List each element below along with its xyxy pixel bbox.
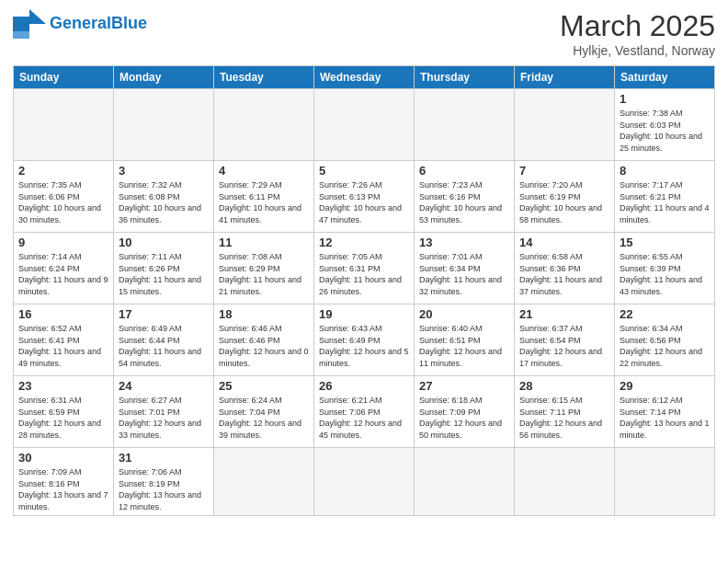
calendar-cell: [114, 89, 214, 161]
day-number: 9: [18, 236, 108, 249]
calendar-cell: [415, 448, 515, 516]
calendar-cell: 7Sunrise: 7:20 AM Sunset: 6:19 PM Daylig…: [515, 161, 615, 233]
calendar-day-header: Wednesday: [314, 66, 415, 89]
calendar-cell: 13Sunrise: 7:01 AM Sunset: 6:34 PM Dayli…: [415, 233, 515, 304]
day-info: Sunrise: 7:26 AM Sunset: 6:13 PM Dayligh…: [319, 179, 409, 225]
calendar-cell: 3Sunrise: 7:32 AM Sunset: 6:08 PM Daylig…: [114, 161, 214, 233]
calendar-cell: 10Sunrise: 7:11 AM Sunset: 6:26 PM Dayli…: [114, 233, 214, 304]
day-number: 8: [620, 164, 710, 178]
calendar-cell: 30Sunrise: 7:09 AM Sunset: 8:16 PM Dayli…: [14, 448, 114, 516]
logo-blue: Blue: [111, 14, 147, 32]
calendar-cell: 27Sunrise: 6:18 AM Sunset: 7:09 PM Dayli…: [415, 376, 515, 448]
calendar-day-header: Saturday: [615, 66, 715, 89]
day-number: 10: [119, 236, 209, 249]
day-info: Sunrise: 6:58 AM Sunset: 6:36 PM Dayligh…: [519, 251, 609, 297]
calendar-cell: 11Sunrise: 7:08 AM Sunset: 6:29 PM Dayli…: [214, 233, 314, 304]
month-title: March 2025: [560, 9, 715, 43]
calendar-cell: 23Sunrise: 6:31 AM Sunset: 6:59 PM Dayli…: [14, 376, 114, 448]
calendar-cell: 2Sunrise: 7:35 AM Sunset: 6:06 PM Daylig…: [14, 161, 114, 233]
day-number: 29: [620, 379, 710, 393]
day-info: Sunrise: 7:20 AM Sunset: 6:19 PM Dayligh…: [519, 179, 609, 225]
day-number: 4: [219, 164, 309, 178]
logo-general: General: [50, 14, 111, 32]
day-number: 7: [519, 164, 609, 178]
day-number: 23: [18, 379, 108, 393]
calendar-cell: 25Sunrise: 6:24 AM Sunset: 7:04 PM Dayli…: [214, 376, 314, 448]
day-number: 31: [119, 451, 209, 465]
calendar-cell: [14, 89, 114, 161]
calendar-cell: 5Sunrise: 7:26 AM Sunset: 6:13 PM Daylig…: [314, 161, 415, 233]
calendar-day-header: Friday: [515, 66, 615, 89]
title-area: March 2025 Hylkje, Vestland, Norway: [560, 9, 715, 58]
calendar-cell: [314, 89, 415, 161]
calendar-cell: 1Sunrise: 7:38 AM Sunset: 6:03 PM Daylig…: [615, 89, 715, 161]
calendar-cell: 16Sunrise: 6:52 AM Sunset: 6:41 PM Dayli…: [14, 304, 114, 376]
day-info: Sunrise: 6:46 AM Sunset: 6:46 PM Dayligh…: [219, 323, 309, 369]
day-info: Sunrise: 7:08 AM Sunset: 6:29 PM Dayligh…: [219, 251, 309, 297]
svg-rect-0: [13, 17, 29, 31]
day-info: Sunrise: 6:15 AM Sunset: 7:11 PM Dayligh…: [519, 395, 609, 441]
calendar-cell: [515, 448, 615, 516]
day-info: Sunrise: 6:24 AM Sunset: 7:04 PM Dayligh…: [219, 395, 309, 441]
calendar-day-header: Thursday: [415, 66, 515, 89]
day-info: Sunrise: 7:01 AM Sunset: 6:34 PM Dayligh…: [419, 251, 509, 297]
calendar-week-row: 23Sunrise: 6:31 AM Sunset: 6:59 PM Dayli…: [14, 376, 715, 448]
day-info: Sunrise: 7:11 AM Sunset: 6:26 PM Dayligh…: [119, 251, 209, 297]
calendar-day-header: Tuesday: [214, 66, 314, 89]
logo-icon: [13, 9, 46, 39]
calendar-cell: 26Sunrise: 6:21 AM Sunset: 7:06 PM Dayli…: [314, 376, 415, 448]
day-number: 27: [419, 379, 509, 393]
calendar-cell: 15Sunrise: 6:55 AM Sunset: 6:39 PM Dayli…: [615, 233, 715, 304]
calendar-cell: 17Sunrise: 6:49 AM Sunset: 6:44 PM Dayli…: [114, 304, 214, 376]
day-number: 20: [419, 307, 509, 321]
day-info: Sunrise: 7:29 AM Sunset: 6:11 PM Dayligh…: [219, 179, 309, 225]
day-info: Sunrise: 6:27 AM Sunset: 7:01 PM Dayligh…: [119, 395, 209, 441]
day-info: Sunrise: 7:23 AM Sunset: 6:16 PM Dayligh…: [419, 179, 509, 225]
calendar-cell: 8Sunrise: 7:17 AM Sunset: 6:21 PM Daylig…: [615, 161, 715, 233]
day-info: Sunrise: 6:18 AM Sunset: 7:09 PM Dayligh…: [419, 395, 509, 441]
calendar-cell: 29Sunrise: 6:12 AM Sunset: 7:14 PM Dayli…: [615, 376, 715, 448]
day-info: Sunrise: 6:52 AM Sunset: 6:41 PM Dayligh…: [18, 323, 108, 369]
calendar-cell: 31Sunrise: 7:06 AM Sunset: 8:19 PM Dayli…: [114, 448, 214, 516]
day-number: 5: [319, 164, 409, 178]
day-info: Sunrise: 7:32 AM Sunset: 6:08 PM Dayligh…: [119, 179, 209, 225]
logo-text: GeneralBlue: [50, 15, 147, 33]
day-info: Sunrise: 6:21 AM Sunset: 7:06 PM Dayligh…: [319, 395, 409, 441]
day-info: Sunrise: 7:17 AM Sunset: 6:21 PM Dayligh…: [620, 179, 710, 225]
calendar-day-header: Monday: [114, 66, 214, 89]
day-number: 17: [119, 307, 209, 321]
day-number: 25: [219, 379, 309, 393]
calendar-cell: [515, 89, 615, 161]
day-info: Sunrise: 6:31 AM Sunset: 6:59 PM Dayligh…: [18, 395, 108, 441]
day-number: 24: [119, 379, 209, 393]
page: GeneralBlue March 2025 Hylkje, Vestland,…: [0, 0, 728, 563]
day-info: Sunrise: 6:43 AM Sunset: 6:49 PM Dayligh…: [319, 323, 409, 369]
calendar-cell: 6Sunrise: 7:23 AM Sunset: 6:16 PM Daylig…: [415, 161, 515, 233]
calendar-header-row: SundayMondayTuesdayWednesdayThursdayFrid…: [14, 66, 715, 89]
calendar-cell: 9Sunrise: 7:14 AM Sunset: 6:24 PM Daylig…: [14, 233, 114, 304]
calendar-cell: [415, 89, 515, 161]
day-number: 21: [519, 307, 609, 321]
day-number: 30: [18, 451, 108, 465]
calendar-week-row: 30Sunrise: 7:09 AM Sunset: 8:16 PM Dayli…: [14, 448, 715, 516]
day-number: 11: [219, 236, 309, 249]
calendar-cell: 14Sunrise: 6:58 AM Sunset: 6:36 PM Dayli…: [515, 233, 615, 304]
day-number: 12: [319, 236, 409, 249]
calendar-cell: 12Sunrise: 7:05 AM Sunset: 6:31 PM Dayli…: [314, 233, 415, 304]
day-number: 19: [319, 307, 409, 321]
day-number: 16: [18, 307, 108, 321]
day-number: 2: [18, 164, 108, 178]
calendar-week-row: 2Sunrise: 7:35 AM Sunset: 6:06 PM Daylig…: [14, 161, 715, 233]
calendar-cell: 20Sunrise: 6:40 AM Sunset: 6:51 PM Dayli…: [415, 304, 515, 376]
calendar-cell: 19Sunrise: 6:43 AM Sunset: 6:49 PM Dayli…: [314, 304, 415, 376]
day-number: 28: [519, 379, 609, 393]
calendar-cell: 24Sunrise: 6:27 AM Sunset: 7:01 PM Dayli…: [114, 376, 214, 448]
svg-rect-2: [13, 31, 29, 39]
calendar: SundayMondayTuesdayWednesdayThursdayFrid…: [13, 65, 715, 516]
subtitle: Hylkje, Vestland, Norway: [560, 43, 715, 58]
day-number: 14: [519, 236, 609, 249]
day-info: Sunrise: 6:49 AM Sunset: 6:44 PM Dayligh…: [119, 323, 209, 369]
day-info: Sunrise: 7:38 AM Sunset: 6:03 PM Dayligh…: [620, 108, 710, 154]
day-info: Sunrise: 7:06 AM Sunset: 8:19 PM Dayligh…: [119, 466, 209, 512]
day-info: Sunrise: 6:40 AM Sunset: 6:51 PM Dayligh…: [419, 323, 509, 369]
